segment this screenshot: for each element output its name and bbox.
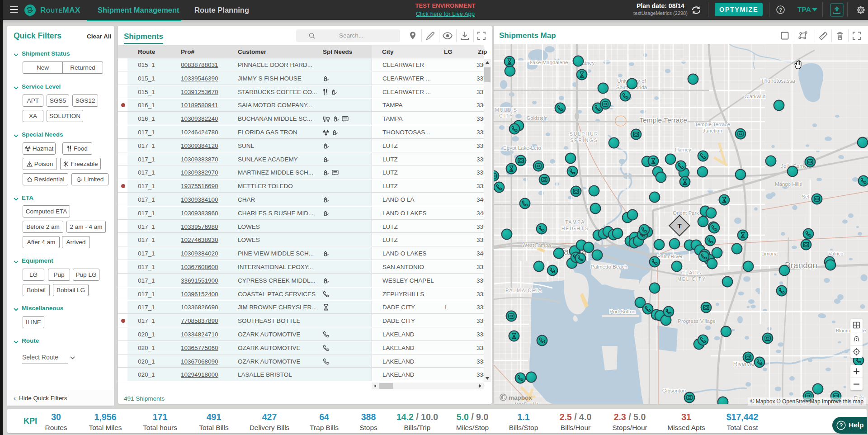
svg-text:Palm River: Palm River (657, 254, 683, 259)
svg-text:Port Sutton: Port Sutton (609, 309, 636, 314)
svg-text:mapbox: mapbox (509, 394, 532, 401)
svg-text:Temple Terrace: Temple Terrace (639, 116, 687, 124)
svg-text:Gibsonton: Gibsonton (662, 388, 686, 393)
svg-text:Brandon: Brandon (785, 260, 817, 270)
svg-text:SPRINGS: SPRINGS (570, 137, 598, 143)
svg-text:Temple Terrace: Temple Terrace (695, 122, 730, 127)
svg-text:Sef: Sef (802, 194, 810, 199)
svg-text:West Tampa: West Tampa (522, 242, 551, 248)
svg-text:T: T (677, 222, 681, 230)
svg-text:?: ? (840, 422, 843, 429)
svg-text:Harney: Harney (675, 147, 691, 152)
svg-text:Thonotosassa: Thonotosassa (761, 78, 795, 84)
svg-text:Orient Park: Orient Park (673, 210, 699, 216)
svg-text:Palmetto Beach: Palmetto Beach (590, 264, 627, 270)
svg-text:Egypt Lake-Leto: Egypt Lake-Leto (503, 145, 541, 151)
svg-text:Junction: Junction (703, 128, 722, 133)
svg-text:Mango Hills: Mango Hills (775, 181, 802, 187)
svg-text:SULPHUR: SULPHUR (570, 131, 599, 137)
svg-text:Progress Village: Progress Village (678, 318, 716, 324)
svg-text:Lake Magdalene: Lake Magdalene (529, 60, 568, 65)
svg-text:CLAIR-: CLAIR- (681, 270, 702, 275)
svg-text:CITY: CITY (499, 113, 514, 118)
svg-text:Valrico: Valrico (829, 251, 844, 256)
svg-text:HEIGHTS: HEIGHTS (561, 226, 589, 231)
svg-text:?: ? (779, 7, 782, 13)
svg-text:Clarkwild: Clarkwild (745, 94, 766, 99)
svg-text:MEL CITY: MEL CITY (677, 276, 706, 282)
svg-text:MacDill Air: MacDill Air (514, 402, 538, 404)
svg-text:Goldstein: Goldstein (527, 115, 547, 121)
svg-text:Limona: Limona (761, 251, 778, 256)
svg-text:PALMA CEIA: PALMA CEIA (505, 288, 542, 293)
svg-text:MULLIS: MULLIS (495, 107, 518, 113)
svg-text:TAMPA: TAMPA (565, 219, 585, 225)
